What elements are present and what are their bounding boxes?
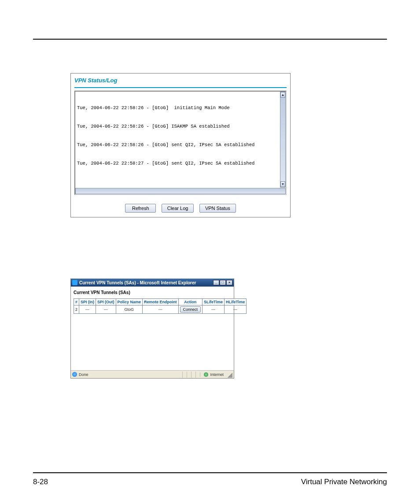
cell-spi-out: --- [96,305,116,314]
page-number: 8-28 [33,478,48,486]
close-button[interactable]: × [226,280,232,285]
status-zone: Internet [200,372,224,377]
ie-icon [72,280,77,285]
resize-grip-icon[interactable] [226,372,232,378]
log-area: Tue, 2004-06-22 22:58:26 - [GtoG] initia… [74,91,287,195]
page-footer: 8-28 Virtual Private Networking [33,478,387,486]
refresh-button[interactable]: Refresh [125,204,156,213]
window-titlebar[interactable]: Current VPN Tunnels (SAs) - Microsoft In… [71,279,234,287]
clear-log-button[interactable]: Clear Log [162,204,194,213]
status-cells [182,372,200,378]
button-row: Refresh Clear Log VPN Status [74,195,287,213]
scroll-down-icon[interactable]: ▼ [280,181,285,187]
panel-divider [74,87,287,88]
top-rule [33,39,387,40]
window-body: Current VPN Tunnels (SAs) # SPI (In) SPI… [71,287,234,370]
cell-action: Connect [178,305,203,314]
log-line: Tue, 2004-06-22 22:58:26 - [GtoG] sent Q… [77,142,280,148]
done-icon [72,372,77,377]
globe-icon [204,372,208,377]
cell-hlife: --- [224,305,246,314]
status-zone-text: Internet [210,372,224,377]
col-spi-in: SPI (In) [79,299,96,305]
col-slife: SLifeTime [203,299,225,305]
cell-num: 2 [74,305,79,314]
status-done-text: Done [79,372,88,377]
status-bar: Done Internet [71,370,234,378]
page: VPN Status/Log Tue, 2004-06-22 22:58:26 … [0,0,420,504]
col-hlife: HLifeTime [224,299,246,305]
col-action: Action [178,299,203,305]
log-line: Tue, 2004-06-22 22:58:26 - [GtoG] ISAKMP… [77,123,280,129]
col-policy: Policy Name [116,299,143,305]
cell-remote: --- [143,305,179,314]
col-spi-out: SPI (Out) [96,299,116,305]
chapter-title: Virtual Private Networking [301,478,387,486]
cell-spi-in: --- [79,305,96,314]
horizontal-scrollbar[interactable] [75,188,286,194]
footer-rule [33,472,387,473]
vpn-status-button[interactable]: VPN Status [199,204,236,213]
tunnels-window: Current VPN Tunnels (SAs) - Microsoft In… [70,278,234,379]
vpn-status-log-panel: VPN Status/Log Tue, 2004-06-22 22:58:26 … [70,73,291,217]
minimize-button[interactable]: _ [213,280,219,285]
scroll-up-icon[interactable]: ▲ [280,92,285,98]
maximize-button[interactable]: □ [220,280,226,285]
vertical-scrollbar[interactable]: ▲ ▼ [280,92,286,188]
tunnels-heading: Current VPN Tunnels (SAs) [74,290,231,298]
cell-policy: GtoG [116,305,143,314]
tunnels-table: # SPI (In) SPI (Out) Policy Name Remote … [74,298,247,314]
panel-title: VPN Status/Log [74,76,287,87]
col-num: # [74,299,79,305]
window-title: Current VPN Tunnels (SAs) - Microsoft In… [79,280,196,285]
table-header-row: # SPI (In) SPI (Out) Policy Name Remote … [74,299,247,305]
log-textarea[interactable]: Tue, 2004-06-22 22:58:26 - [GtoG] initia… [74,91,287,195]
col-remote: Remote Endpoint [143,299,179,305]
table-row: 2 --- --- GtoG --- Connect --- --- [74,305,247,314]
connect-button[interactable]: Connect [180,306,201,313]
log-line: Tue, 2004-06-22 22:58:27 - [GtoG] sent Q… [77,160,280,166]
log-line: Tue, 2004-06-22 22:58:26 - [GtoG] initia… [77,105,280,111]
cell-slife: --- [203,305,225,314]
